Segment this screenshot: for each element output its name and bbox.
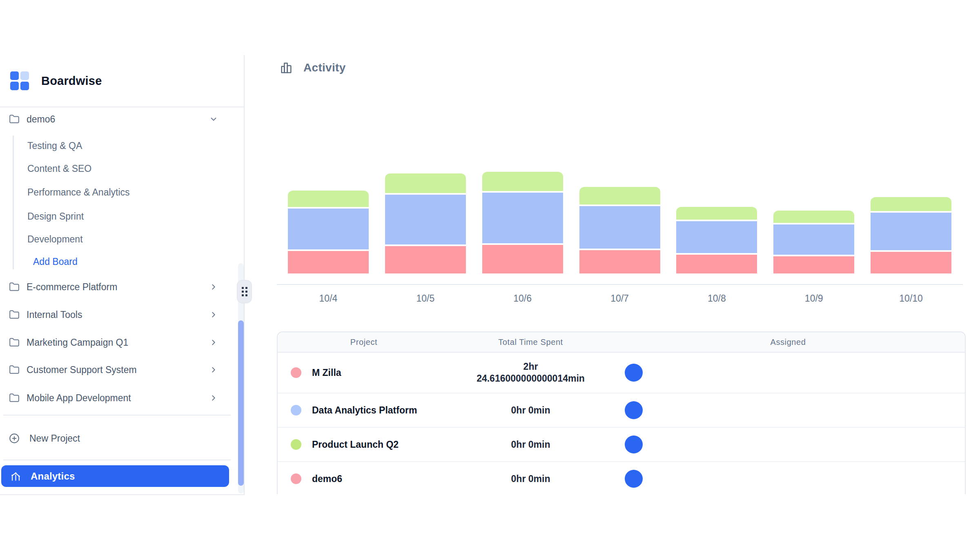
x-axis-label: 10/8	[668, 293, 765, 304]
x-axis-label: 10/6	[474, 293, 571, 304]
sidebar-project-mobile-app-development[interactable]: Mobile App Development	[0, 390, 233, 406]
x-axis-label: 10/9	[765, 293, 862, 304]
column-header-project: Project	[278, 332, 450, 352]
bar-segment-red[interactable]	[579, 250, 660, 273]
bar-segment-red[interactable]	[482, 245, 563, 273]
chevron-down-icon[interactable]	[209, 115, 218, 124]
analytics-chart-icon	[10, 471, 21, 482]
table-row: Product Launch Q2 0hr 0min	[278, 428, 965, 462]
chart-bar-10/7[interactable]	[579, 187, 660, 273]
project-name: Data Analytics Platform	[312, 405, 417, 416]
folder-icon	[9, 114, 20, 124]
chevron-right-icon[interactable]	[209, 282, 218, 291]
page-title: Activity	[303, 61, 346, 74]
divider	[3, 415, 231, 415]
table-header-row: Project Total Time Spent Assigned	[278, 332, 965, 353]
time-table-container: Project Total Time Spent Assigned M Zill…	[277, 331, 966, 494]
total-time-value: 0hr 0min	[450, 473, 611, 485]
time-table: Project Total Time Spent Assigned M Zill…	[277, 331, 966, 494]
table-row: Data Analytics Platform 0hr 0min	[278, 393, 965, 428]
boardwise-logo-icon	[10, 71, 29, 90]
new-project-button[interactable]: New Project	[0, 430, 233, 447]
chevron-right-icon[interactable]	[209, 365, 218, 374]
sidebar-project-internal-tools[interactable]: Internal Tools	[0, 307, 233, 323]
chevron-right-icon[interactable]	[209, 393, 218, 402]
project-label: demo6	[27, 114, 55, 125]
sidebar-board-item[interactable]: Performance & Analytics	[27, 187, 130, 198]
assigned-avatar[interactable]	[625, 364, 643, 382]
sidebar-project-marketing-campaign-q1[interactable]: Marketing Campaign Q1	[0, 334, 233, 351]
sidebar-project-ecommerce-platform[interactable]: E-commerce Platform	[0, 279, 233, 295]
project-label: Internal Tools	[27, 309, 82, 320]
divider	[0, 107, 244, 107]
chevron-right-icon[interactable]	[209, 310, 218, 319]
project-label: Marketing Campaign Q1	[27, 337, 128, 348]
bar-segment-blue[interactable]	[871, 213, 951, 250]
project-color-dot	[291, 473, 301, 484]
bar-segment-blue[interactable]	[579, 206, 660, 249]
bar-segment-blue[interactable]	[288, 209, 369, 249]
chart-bar-10/8[interactable]	[676, 207, 757, 273]
table-row: demo6 0hr 0min	[278, 462, 965, 494]
bar-segment-red[interactable]	[676, 255, 757, 273]
x-axis-labels: 10/410/510/610/710/810/910/10	[280, 293, 960, 304]
assigned-avatar[interactable]	[625, 435, 643, 453]
app-root: Boardwise demo6 Testing & QA Content & S…	[0, 0, 980, 551]
bar-segment-green[interactable]	[288, 191, 369, 207]
bar-segment-green[interactable]	[871, 197, 951, 211]
bar-segment-red[interactable]	[288, 251, 369, 273]
bar-segment-red[interactable]	[871, 252, 951, 273]
plus-circle-icon	[9, 433, 20, 444]
x-axis-label: 10/4	[280, 293, 377, 304]
chart-bar-10/6[interactable]	[482, 172, 563, 273]
column-header-total-time-spent: Total Time Spent	[450, 332, 611, 352]
chart-bar-10/5[interactable]	[385, 173, 466, 273]
bar-segment-green[interactable]	[385, 173, 466, 193]
activity-chart	[280, 171, 960, 273]
add-board-button[interactable]: Add Board	[33, 256, 78, 267]
bar-segment-green[interactable]	[773, 211, 854, 223]
assigned-avatar[interactable]	[625, 401, 643, 419]
chevron-right-icon[interactable]	[209, 338, 218, 347]
analytics-label: Analytics	[31, 471, 75, 482]
sidebar-project-customer-support-system[interactable]: Customer Support System	[0, 362, 233, 378]
project-color-dot	[291, 367, 301, 378]
bar-segment-blue[interactable]	[482, 193, 563, 243]
column-header-assigned: Assigned	[611, 332, 965, 352]
sidebar-board-item[interactable]: Development	[27, 234, 83, 245]
project-label: Mobile App Development	[27, 393, 131, 404]
bar-segment-red[interactable]	[773, 256, 854, 273]
sidebar-board-item[interactable]: Content & SEO	[27, 163, 91, 174]
bar-segment-green[interactable]	[579, 187, 660, 204]
project-color-dot	[291, 439, 301, 450]
chart-bar-10/10[interactable]	[871, 197, 951, 273]
sidebar-project-demo6[interactable]: demo6	[0, 111, 233, 127]
project-label: Customer Support System	[27, 364, 137, 375]
bar-segment-green[interactable]	[676, 207, 757, 220]
bar-segment-red[interactable]	[385, 246, 466, 273]
folder-icon	[9, 337, 20, 348]
folder-icon	[9, 282, 20, 292]
total-time-value: 2hr 24.616000000000014min	[450, 361, 611, 384]
sidebar-board-item[interactable]: Design Sprint	[27, 211, 84, 222]
bar-chart-icon	[280, 61, 293, 74]
chart-bar-10/9[interactable]	[773, 211, 854, 273]
project-label: E-commerce Platform	[27, 282, 117, 293]
sidebar-resize-handle[interactable]	[237, 280, 252, 303]
bar-segment-blue[interactable]	[773, 224, 854, 255]
sidebar: Boardwise demo6 Testing & QA Content & S…	[0, 55, 245, 495]
bar-segment-blue[interactable]	[385, 195, 466, 244]
project-name: Product Launch Q2	[312, 439, 399, 450]
sidebar-item-analytics[interactable]: Analytics	[1, 465, 229, 487]
bar-segment-blue[interactable]	[676, 221, 757, 253]
project-color-dot	[291, 405, 301, 415]
assigned-avatar[interactable]	[625, 470, 643, 488]
chart-bar-10/4[interactable]	[288, 191, 369, 273]
project-name: demo6	[312, 473, 342, 484]
sidebar-board-item[interactable]: Testing & QA	[27, 140, 82, 151]
sidebar-scrollbar-thumb[interactable]	[238, 320, 244, 486]
bar-segment-green[interactable]	[482, 172, 563, 191]
activity-header: Activity	[280, 61, 346, 74]
grip-dots-icon	[242, 287, 247, 296]
project-name: M Zilla	[312, 367, 341, 378]
